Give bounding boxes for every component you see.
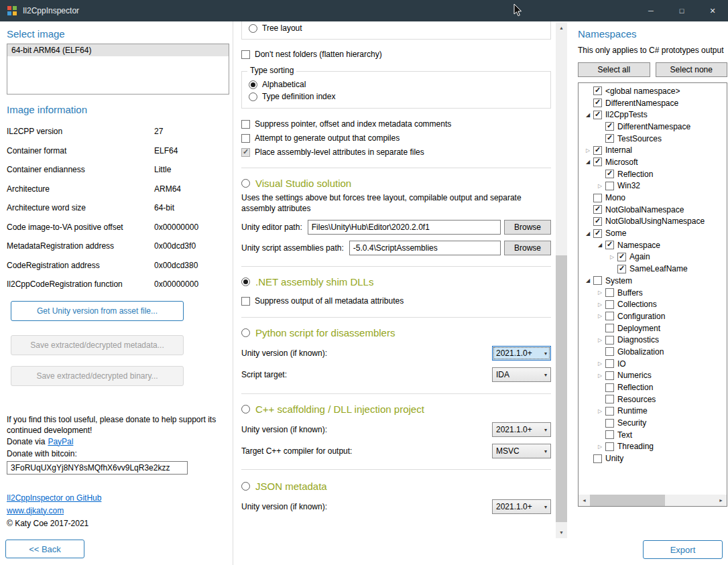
expand-icon[interactable]: ▷ <box>595 337 605 343</box>
cpp-compiler-combobox[interactable]: MSVC ▾ <box>492 444 551 458</box>
image-list-item[interactable]: 64-bit ARM64 (ELF64) <box>7 44 229 56</box>
namespace-checkbox[interactable] <box>605 122 614 131</box>
namespace-tree-item[interactable]: ◢Microsoft <box>579 156 727 168</box>
scrollbar-track[interactable] <box>590 495 715 506</box>
namespace-checkbox[interactable] <box>605 371 614 380</box>
expand-icon[interactable]: ▷ <box>595 408 605 414</box>
namespace-checkbox[interactable] <box>605 134 614 143</box>
namespace-checkbox[interactable] <box>593 229 602 238</box>
namespace-tree-item[interactable]: ▷Win32 <box>579 180 727 192</box>
back-button[interactable]: << Back <box>5 540 84 558</box>
collapse-icon[interactable]: ◢ <box>583 159 593 165</box>
namespace-tree-item[interactable]: ◢Some <box>579 227 727 239</box>
namespace-checkbox[interactable] <box>593 86 602 95</box>
namespace-tree-item[interactable]: ▷Buffers <box>579 287 727 299</box>
tree-layout-radio[interactable] <box>249 24 257 33</box>
namespace-checkbox[interactable] <box>605 336 614 344</box>
namespace-checkbox[interactable] <box>605 288 614 297</box>
image-listbox[interactable]: 64-bit ARM64 (ELF64) <box>7 44 229 95</box>
suppress-metadata-checkbox[interactable] <box>241 120 250 129</box>
namespace-checkbox[interactable] <box>605 300 614 309</box>
suppress-attributes-checkbox[interactable] <box>241 297 250 306</box>
namespace-tree-item[interactable]: ◢Namespace <box>579 239 727 251</box>
namespace-tree-item[interactable]: Deployment <box>579 322 727 334</box>
select-none-button[interactable]: Select none <box>656 62 728 77</box>
namespace-checkbox[interactable] <box>605 430 614 439</box>
flatten-checkbox[interactable] <box>241 50 250 59</box>
github-link[interactable]: Il2CppInspector on GitHub <box>7 493 101 503</box>
namespace-checkbox[interactable] <box>605 182 614 190</box>
namespace-tree-item[interactable]: NotGlobalNamespace <box>579 204 727 216</box>
namespace-tree-item[interactable]: Reflection <box>579 168 727 180</box>
minimize-icon[interactable]: ─ <box>635 0 666 21</box>
scroll-left-icon[interactable]: ◄ <box>579 495 590 506</box>
namespace-tree-item[interactable]: ▷Threading <box>579 441 727 453</box>
scroll-up-icon[interactable]: ▲ <box>556 22 567 34</box>
namespace-tree-item[interactable]: NotGlobalUsingNamespace <box>579 216 727 228</box>
browse-editor-path-button[interactable]: Browse <box>504 220 551 235</box>
script-assemblies-path-input[interactable]: -5.0.4\ScriptAssemblies <box>349 241 501 255</box>
namespace-checkbox[interactable] <box>605 170 614 178</box>
expand-icon[interactable]: ▷ <box>595 290 605 296</box>
expand-icon[interactable]: ▷ <box>583 147 593 153</box>
namespace-checkbox[interactable] <box>593 146 602 155</box>
namespace-tree-item[interactable]: DifferentNamespace <box>579 121 727 133</box>
namespace-tree-item[interactable]: <global namespace> <box>579 85 727 97</box>
collapse-icon[interactable]: ◢ <box>583 277 593 284</box>
tree-horizontal-scrollbar[interactable]: ◄ ► <box>579 495 727 506</box>
namespace-tree-item[interactable]: TestSources <box>579 133 727 145</box>
script-target-combobox[interactable]: IDA ▾ <box>492 367 551 382</box>
paypal-link[interactable]: PayPal <box>48 437 73 446</box>
json-radio[interactable] <box>241 482 250 491</box>
shim-dlls-radio[interactable] <box>241 277 250 286</box>
select-all-button[interactable]: Select all <box>578 62 650 77</box>
namespace-checkbox[interactable] <box>593 111 602 119</box>
namespace-tree-item[interactable]: ▷IO <box>579 358 727 370</box>
website-link[interactable]: www.djkaty.com <box>7 506 64 515</box>
namespace-checkbox[interactable] <box>617 253 626 261</box>
namespace-tree-item[interactable]: Mono <box>579 192 727 204</box>
collapse-icon[interactable]: ◢ <box>583 112 593 118</box>
namespace-checkbox[interactable] <box>605 241 614 249</box>
namespace-tree-item[interactable]: DifferentNamespace <box>579 97 727 109</box>
namespace-checkbox[interactable] <box>593 217 602 226</box>
options-scrollbar[interactable]: ▲ ▼ <box>556 22 567 538</box>
namespace-checkbox[interactable] <box>605 312 614 320</box>
namespace-checkbox[interactable] <box>593 276 602 285</box>
namespace-checkbox[interactable] <box>593 158 602 166</box>
namespace-checkbox[interactable] <box>593 99 602 107</box>
compiles-checkbox[interactable] <box>241 134 250 143</box>
namespace-checkbox[interactable] <box>605 442 614 451</box>
maximize-icon[interactable]: □ <box>666 0 697 21</box>
scrollbar-thumb[interactable] <box>590 495 665 506</box>
namespace-tree-item[interactable]: ◢System <box>579 275 727 287</box>
namespace-checkbox[interactable] <box>593 194 602 202</box>
expand-icon[interactable]: ▷ <box>595 444 605 450</box>
namespace-checkbox[interactable] <box>593 205 602 214</box>
json-unity-version-combobox[interactable]: 2021.1.0+ ▾ <box>492 499 551 514</box>
namespace-checkbox[interactable] <box>605 395 614 403</box>
get-unity-version-button[interactable]: Get Unity version from asset file... <box>11 301 184 321</box>
cpp-unity-version-combobox[interactable]: 2021.1.0+ ▾ <box>492 422 551 437</box>
scrollbar-track[interactable] <box>556 34 567 527</box>
expand-icon[interactable]: ▷ <box>595 313 605 319</box>
namespace-tree-item[interactable]: ▷Runtime <box>579 405 727 418</box>
visual-studio-radio[interactable] <box>241 179 250 188</box>
python-unity-version-combobox[interactable]: 2021.1.0+ ▾ <box>492 346 551 361</box>
cpp-radio[interactable] <box>241 405 250 414</box>
namespace-tree-item[interactable]: ▷Numerics <box>579 370 727 382</box>
namespace-tree-item[interactable]: Text <box>579 429 727 441</box>
python-radio[interactable] <box>241 328 250 337</box>
close-icon[interactable]: ✕ <box>697 0 728 21</box>
browse-assemblies-path-button[interactable]: Browse <box>504 241 551 255</box>
namespace-tree-item[interactable]: Unity <box>579 452 727 464</box>
namespace-tree-item[interactable]: Globalization <box>579 346 727 358</box>
unity-editor-path-input[interactable]: Files\Unity\Hub\Editor\2020.2.0f1 <box>308 220 501 235</box>
namespace-tree-item[interactable]: ▷Again <box>579 251 727 263</box>
collapse-icon[interactable]: ◢ <box>595 242 605 248</box>
namespace-checkbox[interactable] <box>605 419 614 428</box>
namespace-tree-item[interactable]: ◢Il2CppTests <box>579 109 727 121</box>
typedef-index-radio[interactable] <box>249 92 257 101</box>
expand-icon[interactable]: ▷ <box>595 183 605 189</box>
scrollbar-thumb[interactable] <box>556 255 567 521</box>
